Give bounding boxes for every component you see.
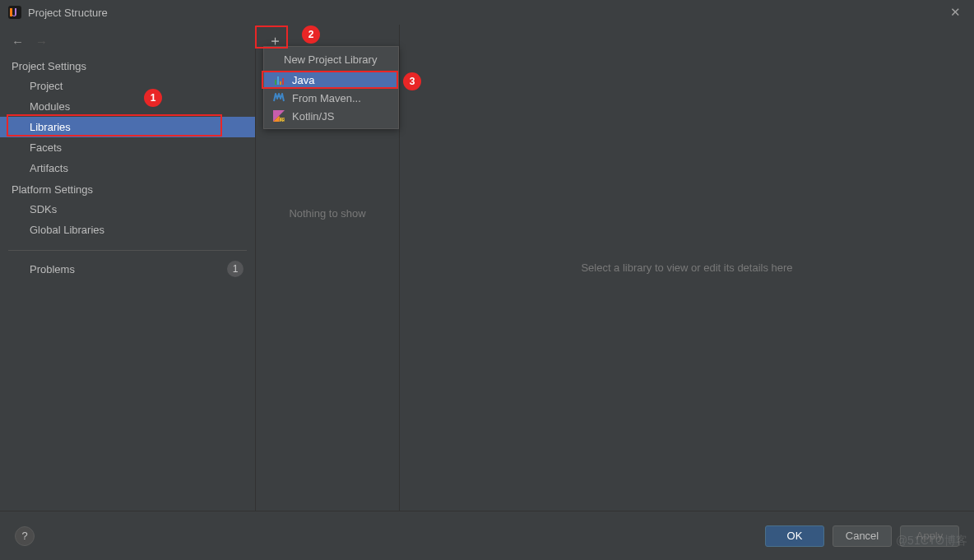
problems-count-badge: 1 <box>227 261 244 277</box>
nav-history: ← → <box>0 30 255 57</box>
sidebar-item-problems[interactable]: Problems 1 <box>0 257 255 280</box>
detail-pane: Select a library to view or edit its det… <box>400 25 974 511</box>
java-library-icon <box>272 73 285 86</box>
detail-placeholder: Select a library to view or edit its det… <box>581 261 792 274</box>
popup-item-maven[interactable]: From Maven... <box>264 89 398 107</box>
sidebar-divider <box>8 250 247 251</box>
help-button[interactable]: ? <box>15 526 35 546</box>
cancel-button[interactable]: Cancel <box>833 525 892 547</box>
app-icon <box>8 6 21 19</box>
section-platform-settings: Platform Settings <box>0 180 255 199</box>
sidebar-item-facets[interactable]: Facets <box>0 137 255 158</box>
sidebar-item-sdks[interactable]: SDKs <box>0 199 255 220</box>
popup-item-java[interactable]: Java <box>264 71 398 89</box>
titlebar: Project Structure ✕ <box>0 0 974 25</box>
new-library-popup: New Project Library Java From Maven... <box>263 46 399 129</box>
sidebar-item-libraries[interactable]: Libraries <box>0 117 255 137</box>
library-list-empty: Nothing to show <box>256 207 399 220</box>
close-icon[interactable]: ✕ <box>945 5 966 20</box>
back-icon[interactable]: ← <box>12 35 24 49</box>
problems-label: Problems <box>30 263 227 275</box>
svg-text:JS: JS <box>281 118 285 122</box>
maven-icon <box>272 91 285 104</box>
sidebar-item-artifacts[interactable]: Artifacts <box>0 158 255 178</box>
popup-item-label: Kotlin/JS <box>292 110 334 123</box>
svg-rect-1 <box>10 8 12 16</box>
bottombar: ? OK Cancel Apply <box>0 511 974 560</box>
sidebar: ← → Project Settings Project Modules Lib… <box>0 25 255 511</box>
popup-item-kotlinjs[interactable]: JS Kotlin/JS <box>264 107 398 125</box>
apply-button: Apply <box>900 525 959 547</box>
kotlin-icon: JS <box>272 109 285 123</box>
popup-item-label: From Maven... <box>292 92 361 104</box>
forward-icon: → <box>35 35 48 49</box>
popup-header: New Project Library <box>264 50 398 71</box>
section-project-settings: Project Settings <box>0 57 255 76</box>
help-icon: ? <box>21 530 27 542</box>
sidebar-item-global-libraries[interactable]: Global Libraries <box>0 220 255 240</box>
sidebar-item-project[interactable]: Project <box>0 76 255 96</box>
body-area: ← → Project Settings Project Modules Lib… <box>0 25 974 511</box>
sidebar-item-modules[interactable]: Modules <box>0 96 255 117</box>
ok-button[interactable]: OK <box>765 525 824 547</box>
popup-item-label: Java <box>292 74 314 86</box>
window-title: Project Structure <box>28 7 108 19</box>
